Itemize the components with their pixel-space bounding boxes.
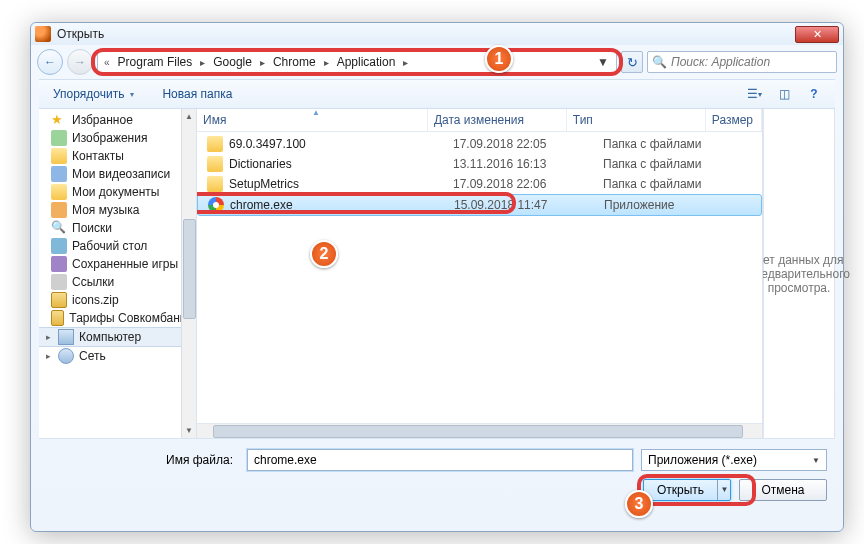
annotation-badge-1: 1 <box>485 45 513 73</box>
sidebar-item[interactable]: ▸Компьютер <box>39 327 196 347</box>
breadcrumb-dropdown[interactable]: ▼ <box>594 55 612 69</box>
nav-icon <box>51 130 67 146</box>
preview-message: Нет данных для предварительного просмотр… <box>748 253 850 295</box>
scroll-up-icon[interactable]: ▲ <box>182 109 196 124</box>
cancel-button[interactable]: Отмена <box>739 479 827 501</box>
file-row[interactable]: chrome.exe15.09.2018 11:47Приложение <box>197 194 762 216</box>
close-button[interactable]: ✕ <box>795 26 839 43</box>
col-type[interactable]: Тип <box>567 109 706 131</box>
annotation-badge-2: 2 <box>310 240 338 268</box>
nav-forward-button[interactable]: → <box>67 49 93 75</box>
sidebar-item[interactable]: Ссылки <box>39 273 196 291</box>
sidebar-item[interactable]: Изображения <box>39 129 196 147</box>
scroll-down-icon[interactable]: ▼ <box>182 423 196 438</box>
h-scroll-thumb[interactable] <box>213 425 743 438</box>
nav-icon <box>51 238 67 254</box>
sidebar-item[interactable]: Мои видеозаписи <box>39 165 196 183</box>
address-bar-row: ← → « Program Files▸ Google▸ Chrome▸ App… <box>31 45 843 79</box>
sidebar-item[interactable]: Поиски <box>39 219 196 237</box>
breadcrumb-seg[interactable]: Google <box>209 53 256 71</box>
organize-button[interactable]: Упорядочить <box>47 83 140 105</box>
preview-pane: Нет данных для предварительного просмотр… <box>763 109 835 439</box>
titlebar: Открыть ✕ <box>31 23 843 45</box>
nav-scrollbar[interactable]: ▲ ▼ <box>181 109 196 438</box>
sidebar-item[interactable]: icons.zip <box>39 291 196 309</box>
file-type-filter[interactable]: Приложения (*.exe) <box>641 449 827 471</box>
sidebar-item[interactable]: Моя музыка <box>39 201 196 219</box>
breadcrumb-seg[interactable]: Chrome <box>269 53 320 71</box>
breadcrumb-bar[interactable]: « Program Files▸ Google▸ Chrome▸ Applica… <box>97 50 617 74</box>
help-button[interactable]: ? <box>801 83 827 105</box>
file-row[interactable]: SetupMetrics17.09.2018 22:06Папка с файл… <box>197 174 762 194</box>
nav-icon <box>51 292 67 308</box>
file-icon <box>208 197 224 213</box>
refresh-button[interactable]: ↻ <box>621 51 643 73</box>
h-scrollbar[interactable] <box>197 423 762 438</box>
open-dropdown[interactable]: ▼ <box>717 480 731 500</box>
search-box[interactable]: 🔍 <box>647 51 837 73</box>
filename-label: Имя файла: <box>159 453 239 467</box>
breadcrumb-seg[interactable]: Program Files <box>114 53 197 71</box>
window-title: Открыть <box>57 27 104 41</box>
chevron-left-icon: « <box>102 57 112 68</box>
view-mode-button[interactable]: ☰ ▾ <box>741 83 767 105</box>
nav-icon <box>51 310 64 326</box>
filename-input[interactable] <box>247 449 633 471</box>
sidebar-item[interactable]: Контакты <box>39 147 196 165</box>
file-icon <box>207 156 223 172</box>
new-folder-button[interactable]: Новая папка <box>156 83 238 105</box>
scroll-thumb[interactable] <box>183 219 196 319</box>
col-size[interactable]: Размер <box>706 109 762 131</box>
file-row[interactable]: 69.0.3497.10017.09.2018 22:05Папка с фай… <box>197 134 762 154</box>
col-name[interactable]: ▲Имя <box>197 109 428 131</box>
toolbar: Упорядочить Новая папка ☰ ▾ ◫ ? <box>39 79 835 109</box>
app-icon <box>35 26 51 42</box>
nav-icon <box>51 184 67 200</box>
annotation-badge-3: 3 <box>625 490 653 518</box>
sidebar-item[interactable]: Мои документы <box>39 183 196 201</box>
sidebar-item[interactable]: Сохраненные игры <box>39 255 196 273</box>
nav-icon <box>51 148 67 164</box>
nav-pane[interactable]: ИзбранноеИзображенияКонтактыМои видеозап… <box>39 109 197 439</box>
file-icon <box>207 136 223 152</box>
breadcrumb-seg[interactable]: Application <box>333 53 400 71</box>
nav-icon <box>51 166 67 182</box>
nav-icon <box>58 329 74 345</box>
open-button[interactable]: Открыть▼ <box>643 479 731 501</box>
sidebar-item[interactable]: ▸Сеть <box>39 347 196 365</box>
sidebar-item[interactable]: Рабочий стол <box>39 237 196 255</box>
col-date[interactable]: Дата изменения <box>428 109 567 131</box>
nav-back-button[interactable]: ← <box>37 49 63 75</box>
search-input[interactable] <box>671 55 832 69</box>
nav-icon <box>51 112 67 128</box>
search-icon: 🔍 <box>652 55 667 69</box>
sidebar-item[interactable]: Тарифы Совкомбанка <box>39 309 196 327</box>
nav-icon <box>58 348 74 364</box>
file-row[interactable]: Dictionaries13.11.2016 16:13Папка с файл… <box>197 154 762 174</box>
nav-icon <box>51 202 67 218</box>
sidebar-item[interactable]: Избранное <box>39 111 196 129</box>
nav-icon <box>51 274 67 290</box>
nav-icon <box>51 220 67 236</box>
nav-icon <box>51 256 67 272</box>
file-icon <box>207 176 223 192</box>
open-dialog: Открыть ✕ ← → « Program Files▸ Google▸ C… <box>30 22 844 532</box>
file-list[interactable]: ▲Имя Дата изменения Тип Размер 69.0.3497… <box>197 109 763 439</box>
preview-pane-button[interactable]: ◫ <box>771 83 797 105</box>
